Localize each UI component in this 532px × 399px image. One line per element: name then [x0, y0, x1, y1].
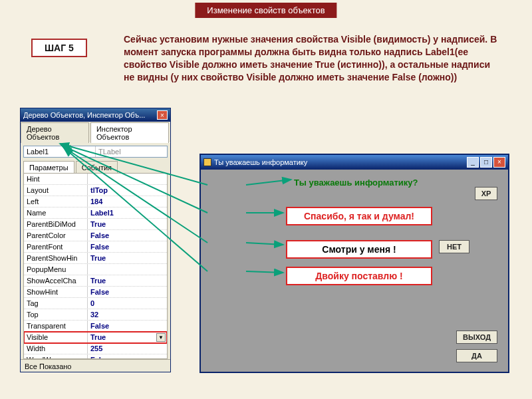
- property-name: WordWrap: [24, 354, 87, 359]
- property-value[interactable]: True: [87, 275, 167, 286]
- form-preview-window: Ты уважаешь информатику _ □ × Ты уважаеш…: [200, 154, 509, 373]
- property-row-top[interactable]: Top32: [24, 309, 167, 321]
- oi-titlebar[interactable]: Дерево Объектов, Инспектор Объ... ×: [21, 108, 170, 122]
- tab-object-inspector[interactable]: Инспектор Объектов: [90, 122, 169, 143]
- property-row-visible[interactable]: VisibleTrue▼: [24, 332, 167, 343]
- property-row-showaccelcha[interactable]: ShowAccelChaTrue: [24, 275, 167, 287]
- property-row-parentfont[interactable]: ParentFontFalse: [24, 241, 167, 253]
- tab-events[interactable]: События: [76, 161, 118, 174]
- property-name: Transparent: [24, 321, 87, 331]
- oi-window-title: Дерево Объектов, Инспектор Объ...: [23, 111, 145, 119]
- property-row-name[interactable]: NameLabel1: [24, 207, 167, 219]
- property-row-parentshowhin[interactable]: ParentShowHinTrue: [24, 253, 167, 264]
- tab-params[interactable]: Параметры: [23, 161, 74, 174]
- slide-root: Изменение свойств объектов ШАГ 5 Сейчас …: [0, 0, 532, 399]
- oi-selector-name: Label1: [24, 146, 95, 157]
- property-name: ParentColor: [24, 230, 87, 241]
- property-value[interactable]: False: [87, 241, 167, 252]
- property-name: ParentBiDiMod: [24, 219, 87, 229]
- close-icon[interactable]: ×: [493, 157, 505, 168]
- slide-title: Изменение свойств объектов: [195, 3, 336, 18]
- btn-exit[interactable]: ВЫХОД: [456, 331, 497, 344]
- form-msg3: Двойку поставлю !: [286, 267, 432, 285]
- oi-status: Все Показано: [21, 359, 170, 373]
- property-value[interactable]: False: [87, 354, 167, 359]
- btn-net[interactable]: НЕТ: [439, 240, 469, 253]
- property-value[interactable]: [87, 174, 167, 184]
- form-question-label: Ты уважаешь информатику?: [294, 178, 418, 188]
- oi-object-selector[interactable]: Label1 TLabel: [23, 146, 168, 158]
- property-row-parentcolor[interactable]: ParentColorFalse: [24, 230, 167, 241]
- property-name: Tag: [24, 298, 87, 309]
- property-name: Left: [24, 196, 87, 207]
- oi-property-list[interactable]: HintLayouttlTopLeft184NameLabel1ParentBi…: [23, 173, 168, 359]
- property-value[interactable]: 184: [87, 196, 167, 207]
- property-name: PopupMenu: [24, 264, 87, 275]
- form-title: Ты уважаешь информатику: [214, 158, 307, 166]
- property-value[interactable]: 0: [87, 298, 167, 309]
- form-titlebar[interactable]: Ты уважаешь информатику _ □ ×: [201, 155, 508, 170]
- form-msg2: Смотри у меня !: [286, 240, 432, 259]
- oi-selector-type: TLabel: [95, 146, 167, 157]
- btn-xp[interactable]: XP: [475, 187, 497, 200]
- property-name: Name: [24, 207, 87, 218]
- object-inspector-window: Дерево Объектов, Инспектор Объ... × Дере…: [20, 108, 171, 372]
- property-value[interactable]: Label1: [87, 207, 167, 218]
- property-row-layout[interactable]: LayouttlTop: [24, 185, 167, 196]
- property-name: Layout: [24, 185, 87, 196]
- dropdown-icon[interactable]: ▼: [156, 333, 166, 342]
- property-value[interactable]: False: [87, 230, 167, 241]
- property-value[interactable]: 32: [87, 309, 167, 320]
- property-row-wordwrap[interactable]: WordWrapFalse: [24, 354, 167, 359]
- property-value[interactable]: 255: [87, 343, 167, 354]
- property-value[interactable]: True: [87, 253, 167, 263]
- property-name: ShowAccelCha: [24, 275, 87, 286]
- property-value[interactable]: True: [87, 332, 167, 342]
- property-name: Visible: [24, 332, 87, 342]
- property-value[interactable]: [87, 264, 167, 275]
- body-text: Сейчас установим нужные значения свойств…: [124, 33, 499, 84]
- property-value[interactable]: False: [87, 287, 167, 297]
- property-name: Width: [24, 343, 87, 354]
- property-value[interactable]: True: [87, 219, 167, 229]
- property-name: Top: [24, 309, 87, 320]
- property-row-hint[interactable]: Hint: [24, 174, 167, 185]
- btn-da[interactable]: ДА: [456, 349, 497, 362]
- property-row-popupmenu[interactable]: PopupMenu: [24, 264, 167, 275]
- property-row-transparent[interactable]: TransparentFalse: [24, 321, 167, 332]
- property-value[interactable]: False: [87, 321, 167, 331]
- property-name: Hint: [24, 174, 87, 184]
- property-name: ParentShowHin: [24, 253, 87, 263]
- minimize-icon[interactable]: _: [467, 157, 479, 168]
- tab-object-tree[interactable]: Дерево Объектов: [21, 122, 89, 143]
- form-msg1: Спасибо, я так и думал!: [286, 207, 432, 225]
- property-row-width[interactable]: Width255: [24, 343, 167, 354]
- property-row-showhint[interactable]: ShowHintFalse: [24, 287, 167, 298]
- form-icon: [203, 158, 211, 166]
- property-value[interactable]: tlTop: [87, 185, 167, 196]
- property-row-tag[interactable]: Tag0: [24, 298, 167, 309]
- property-row-left[interactable]: Left184: [24, 196, 167, 207]
- property-name: ParentFont: [24, 241, 87, 252]
- step-badge: ШАГ 5: [31, 39, 87, 57]
- close-icon[interactable]: ×: [157, 110, 168, 120]
- property-name: ShowHint: [24, 287, 87, 297]
- maximize-icon[interactable]: □: [480, 157, 492, 168]
- property-row-parentbidimod[interactable]: ParentBiDiModTrue: [24, 219, 167, 230]
